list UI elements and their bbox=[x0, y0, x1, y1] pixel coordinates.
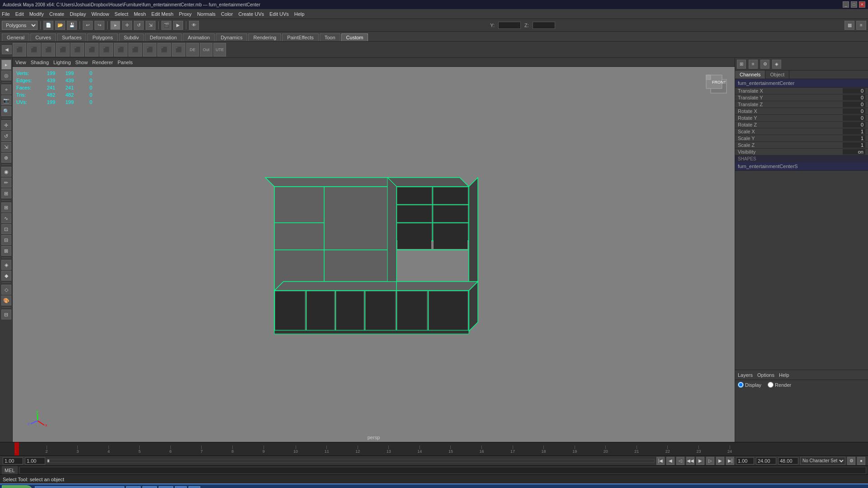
shelf-label-ute[interactable]: UTE bbox=[213, 43, 226, 56]
redo-icon[interactable]: ↪ bbox=[94, 21, 104, 30]
undo-icon[interactable]: ↩ bbox=[83, 21, 93, 30]
render-radio[interactable]: Render bbox=[768, 382, 791, 388]
shelf-icon-9[interactable]: ⬛ bbox=[143, 43, 156, 56]
start-button[interactable]: ⊞ start bbox=[2, 485, 33, 488]
shelf-icon-5[interactable]: ⬛ bbox=[85, 43, 99, 56]
timeline-frame-24[interactable]: 24 bbox=[727, 442, 732, 455]
camera-tool[interactable]: 📷 bbox=[1, 95, 11, 105]
snap-point[interactable]: ⊡ bbox=[1, 224, 11, 234]
layers-help[interactable]: Help bbox=[779, 372, 789, 378]
select-tool-icon[interactable]: ▸ bbox=[110, 21, 120, 30]
tab-custom[interactable]: Custom bbox=[341, 33, 368, 41]
snap-curve[interactable]: ∿ bbox=[1, 213, 11, 223]
shelf-icon-4[interactable]: ⬛ bbox=[71, 43, 84, 56]
ipr-render[interactable]: ◆ bbox=[1, 271, 11, 281]
ch-row-scalex[interactable]: Scale X 1 bbox=[735, 128, 868, 135]
menu-item-color[interactable]: Color bbox=[221, 11, 233, 17]
save-scene-icon[interactable]: 💾 bbox=[67, 21, 77, 30]
layers-options[interactable]: Options bbox=[757, 372, 774, 378]
open-scene-icon[interactable]: 📂 bbox=[55, 21, 65, 30]
tab-toon[interactable]: Toon bbox=[320, 33, 340, 41]
ch-row-translatey[interactable]: Translate Y 0 bbox=[735, 94, 868, 101]
range-start-input[interactable] bbox=[736, 457, 754, 465]
timeline-frame-18[interactable]: 18 bbox=[542, 442, 546, 455]
zoom-tool[interactable]: 🔍 bbox=[1, 106, 11, 116]
shelf-icon-1[interactable]: ▦ bbox=[844, 21, 854, 30]
scale-tool-left[interactable]: ⇲ bbox=[1, 142, 11, 152]
menu-item-modify[interactable]: Modify bbox=[29, 11, 44, 17]
taskbar-onenote[interactable]: N bbox=[175, 486, 187, 488]
hypershade[interactable]: ◇ bbox=[1, 285, 11, 295]
mode-selector[interactable]: Polygons Surfaces Dynamics bbox=[2, 21, 38, 30]
tab-channels[interactable]: Channels bbox=[735, 70, 765, 79]
shelf-icon-0[interactable]: ⬛ bbox=[13, 43, 26, 56]
timeline-frame-8[interactable]: 8 bbox=[231, 442, 234, 455]
menu-item-edit[interactable]: Edit bbox=[15, 11, 24, 17]
snap-grid[interactable]: ⊞ bbox=[1, 202, 11, 212]
shelf-icon-10[interactable]: ⬛ bbox=[157, 43, 171, 56]
taskbar-maya[interactable]: 🎭 furn_entertainmentCenter - Maya bbox=[35, 486, 124, 488]
play-forward-button[interactable]: ▶ bbox=[696, 457, 704, 465]
ch-row-scaley[interactable]: Scale Y 1 bbox=[735, 135, 868, 142]
shelf-icon-7[interactable]: ⬛ bbox=[114, 43, 127, 56]
menu-item-window[interactable]: Window bbox=[91, 11, 109, 17]
timeline-frame-19[interactable]: 19 bbox=[572, 442, 577, 455]
range-end-input[interactable] bbox=[756, 457, 776, 465]
ch-row-visibility[interactable]: Visibility on bbox=[735, 149, 868, 155]
z-input[interactable] bbox=[533, 22, 555, 29]
vp-menu-view[interactable]: View bbox=[15, 60, 26, 65]
shelf-icon-1[interactable]: ⬛ bbox=[27, 43, 41, 56]
menu-item-edit mesh[interactable]: Edit Mesh bbox=[151, 11, 174, 17]
ch-row-rotatey[interactable]: Rotate Y 0 bbox=[735, 115, 868, 122]
snap-view[interactable]: ⊟ bbox=[1, 235, 11, 245]
show-hide-icon[interactable]: 👁 bbox=[189, 21, 199, 30]
start-frame-input[interactable] bbox=[25, 457, 45, 465]
tab-curves[interactable]: Curves bbox=[30, 33, 56, 41]
render-settings-icon[interactable]: ◈ bbox=[772, 60, 781, 69]
soft-mod-tool[interactable]: ◉ bbox=[1, 167, 11, 177]
autokey-button[interactable]: ● bbox=[857, 457, 865, 465]
shelf-label-out[interactable]: Out bbox=[200, 43, 212, 56]
ch-row-rotatez[interactable]: Rotate Z 0 bbox=[735, 122, 868, 128]
close-button[interactable]: ✕ bbox=[859, 1, 865, 8]
shelf-icon-3[interactable]: ⬛ bbox=[56, 43, 70, 56]
timeline-frame-12[interactable]: 12 bbox=[355, 442, 360, 455]
taskbar-folder[interactable]: 📁 bbox=[126, 486, 141, 488]
shelf-label-de[interactable]: DE bbox=[186, 43, 199, 56]
tab-polygons[interactable]: Polygons bbox=[87, 33, 118, 41]
timeline-frame-13[interactable]: 13 bbox=[387, 442, 391, 455]
menu-item-edit uvs[interactable]: Edit UVs bbox=[269, 11, 289, 17]
taskbar-skype[interactable]: S bbox=[189, 486, 200, 488]
current-frame-input[interactable] bbox=[3, 457, 23, 465]
attr-editor-icon[interactable]: ≡ bbox=[749, 60, 758, 69]
tab-deformation[interactable]: Deformation bbox=[145, 33, 182, 41]
timeline-frame-9[interactable]: 9 bbox=[263, 442, 265, 455]
tab-painteffects[interactable]: PaintEffects bbox=[282, 33, 319, 41]
menu-item-normals[interactable]: Normals bbox=[197, 11, 216, 17]
resize-panels[interactable]: ⊟ bbox=[1, 310, 11, 319]
tab-general[interactable]: General bbox=[2, 33, 29, 41]
timeline-frame-16[interactable]: 16 bbox=[479, 442, 484, 455]
menu-item-mesh[interactable]: Mesh bbox=[134, 11, 146, 17]
paint-effects[interactable]: 🎨 bbox=[1, 296, 11, 305]
timeline-frame-20[interactable]: 20 bbox=[604, 442, 608, 455]
timeline-frame-15[interactable]: 15 bbox=[448, 442, 453, 455]
move-tool-left[interactable]: ✛ bbox=[1, 120, 11, 130]
go-start-button[interactable]: |◀ bbox=[656, 457, 665, 465]
show-manip[interactable]: ⊞ bbox=[1, 188, 11, 198]
timeline-frame-23[interactable]: 23 bbox=[696, 442, 701, 455]
new-scene-icon[interactable]: 📄 bbox=[43, 21, 53, 30]
shelf-icon-6[interactable]: ⬛ bbox=[99, 43, 113, 56]
maximize-button[interactable]: □ bbox=[851, 1, 857, 8]
vp-menu-shading[interactable]: Shading bbox=[31, 60, 49, 65]
timeline-frame-22[interactable]: 22 bbox=[665, 442, 670, 455]
sculpt-tool[interactable]: ✏ bbox=[1, 178, 11, 188]
ipr-icon[interactable]: ▶ bbox=[173, 21, 183, 30]
minimize-button[interactable]: _ bbox=[843, 1, 849, 8]
go-end-button[interactable]: ▶| bbox=[726, 457, 734, 465]
menu-item-create uvs[interactable]: Create UVs bbox=[238, 11, 264, 17]
shelf-icon-2[interactable]: ≡ bbox=[856, 21, 866, 30]
timeline-frame-7[interactable]: 7 bbox=[200, 442, 203, 455]
select-tool[interactable]: ▸ bbox=[1, 60, 11, 70]
layers-label[interactable]: Layers bbox=[738, 372, 753, 378]
